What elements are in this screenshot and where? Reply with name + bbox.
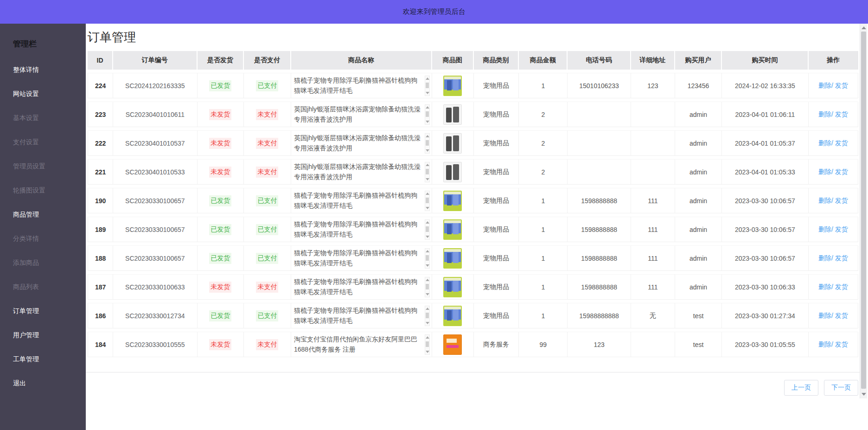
sidebar-item[interactable]: 基本设置 [0, 106, 86, 130]
mini-scroll-thumb[interactable] [426, 255, 429, 261]
ship-link[interactable]: 发货 [835, 340, 848, 348]
mini-scrollbar[interactable] [425, 162, 430, 182]
mini-scroll-down-icon[interactable] [426, 293, 429, 295]
mini-scrollbar[interactable] [425, 219, 430, 240]
page-scrollbar[interactable] [860, 24, 867, 398]
mini-scroll-down-icon[interactable] [426, 264, 429, 267]
mini-scroll-thumb[interactable] [426, 111, 429, 117]
delete-link[interactable]: 删除 [818, 312, 831, 319]
mini-scroll-up-icon[interactable] [426, 221, 429, 224]
mini-scroll-thumb[interactable] [426, 83, 429, 88]
mini-scroll-thumb[interactable] [426, 313, 429, 318]
mini-scroll-up-icon[interactable] [426, 308, 429, 310]
mini-scroll-up-icon[interactable] [426, 164, 429, 166]
mini-scroll-up-icon[interactable] [426, 106, 429, 109]
delete-link[interactable]: 删除 [818, 168, 831, 175]
mini-scroll-thumb[interactable] [426, 169, 429, 174]
mini-scrollbar[interactable] [425, 133, 430, 154]
product-name-scrollarea[interactable]: 猫梳子宠物专用除浮毛刷撸猫神器针梳狗狗猫咪毛发清理开结毛 [294, 305, 430, 327]
mini-scroll-up-icon[interactable] [426, 279, 429, 281]
sidebar-item[interactable]: 工单管理 [0, 347, 86, 371]
mini-scrollbar[interactable] [425, 76, 430, 96]
scrollbar-up-arrow-icon[interactable] [862, 26, 866, 29]
product-name-scrollarea[interactable]: 英国jhly银渐层猫咪沐浴露宠物除蚤幼猫洗澡专用浴液香波洗护用 [294, 133, 430, 154]
mini-scroll-down-icon[interactable] [426, 92, 429, 94]
delete-link[interactable]: 删除 [818, 340, 831, 348]
sidebar-item[interactable]: 用户管理 [0, 323, 86, 347]
delete-link[interactable]: 删除 [818, 139, 831, 147]
product-name-scrollarea[interactable]: 英国jhly银渐层猫咪沐浴露宠物除蚤幼猫洗澡专用浴液香波洗护用 [294, 161, 430, 183]
ship-link[interactable]: 发货 [835, 139, 848, 147]
mini-scroll-up-icon[interactable] [426, 193, 429, 195]
sidebar-item[interactable]: 整体详情 [0, 58, 86, 82]
product-thumbnail[interactable] [443, 133, 462, 154]
product-name-scrollarea[interactable]: 英国jhly银渐层猫咪沐浴露宠物除蚤幼猫洗澡专用浴液香波洗护用 [294, 104, 430, 125]
scrollbar-thumb[interactable] [861, 32, 866, 389]
ship-link[interactable]: 发货 [835, 197, 848, 204]
sidebar-item[interactable]: 轮播图设置 [0, 178, 86, 202]
product-name-scrollarea[interactable]: 猫梳子宠物专用除浮毛刷撸猫神器针梳狗狗猫咪毛发清理开结毛 [294, 190, 430, 212]
next-page-button[interactable]: 下一页 [824, 380, 858, 396]
delete-link[interactable]: 删除 [818, 110, 831, 118]
mini-scroll-down-icon[interactable] [426, 322, 429, 324]
mini-scroll-down-icon[interactable] [426, 351, 429, 353]
mini-scroll-thumb[interactable] [426, 198, 429, 203]
ship-link[interactable]: 发货 [835, 225, 848, 233]
product-thumbnail[interactable] [443, 334, 462, 355]
mini-scroll-up-icon[interactable] [426, 250, 429, 252]
ship-link[interactable]: 发货 [835, 312, 848, 319]
ship-link[interactable]: 发货 [835, 283, 848, 290]
ship-link[interactable]: 发货 [835, 168, 848, 175]
mini-scroll-up-icon[interactable] [426, 336, 429, 339]
delete-link[interactable]: 删除 [818, 197, 831, 204]
sidebar-item[interactable]: 添加商品 [0, 250, 86, 275]
mini-scroll-down-icon[interactable] [426, 207, 429, 209]
mini-scroll-down-icon[interactable] [426, 121, 429, 123]
delete-link[interactable]: 删除 [818, 82, 831, 89]
product-thumbnail[interactable] [443, 162, 462, 182]
mini-scrollbar[interactable] [425, 191, 430, 211]
mini-scrollbar[interactable] [425, 277, 430, 297]
sidebar-item[interactable]: 订单管理 [0, 299, 86, 323]
product-name-scrollarea[interactable]: 猫梳子宠物专用除浮毛刷撸猫神器针梳狗狗猫咪毛发清理开结毛 [294, 276, 430, 298]
product-name-scrollarea[interactable]: 猫梳子宠物专用除浮毛刷撸猫神器针梳狗狗猫咪毛发清理开结毛 [294, 75, 430, 96]
ship-link[interactable]: 发货 [835, 110, 848, 118]
product-name-scrollarea[interactable]: 淘宝支付宝信用代拍闲鱼京东好友阿里巴巴1688代商务服务 注册 [294, 334, 430, 355]
product-name-scrollarea[interactable]: 猫梳子宠物专用除浮毛刷撸猫神器针梳狗狗猫咪毛发清理开结毛 [294, 219, 430, 240]
sidebar-item[interactable]: 管理员设置 [0, 154, 86, 178]
mini-scroll-thumb[interactable] [426, 140, 429, 146]
mini-scrollbar[interactable] [425, 104, 430, 125]
mini-scroll-thumb[interactable] [426, 341, 429, 347]
mini-scrollbar[interactable] [425, 248, 430, 269]
product-thumbnail[interactable] [443, 277, 462, 297]
product-thumbnail[interactable] [443, 248, 462, 269]
delete-link[interactable]: 删除 [818, 225, 831, 233]
product-thumbnail[interactable] [443, 191, 462, 211]
mini-scroll-thumb[interactable] [426, 226, 429, 232]
mini-scroll-down-icon[interactable] [426, 178, 429, 180]
product-thumbnail[interactable] [443, 219, 462, 240]
sidebar-item[interactable]: 网站设置 [0, 82, 86, 106]
mini-scroll-down-icon[interactable] [426, 236, 429, 238]
mini-scroll-down-icon[interactable] [426, 149, 429, 152]
product-name-scrollarea[interactable]: 猫梳子宠物专用除浮毛刷撸猫神器针梳狗狗猫咪毛发清理开结毛 [294, 248, 430, 269]
scrollbar-down-arrow-icon[interactable] [862, 393, 866, 396]
mini-scrollbar[interactable] [425, 334, 430, 355]
prev-page-button[interactable]: 上一页 [784, 380, 818, 396]
product-thumbnail[interactable] [443, 306, 462, 326]
delete-link[interactable]: 删除 [818, 254, 831, 262]
ship-link[interactable]: 发货 [835, 254, 848, 262]
sidebar-item[interactable]: 商品管理 [0, 202, 86, 226]
mini-scroll-up-icon[interactable] [426, 135, 429, 137]
mini-scroll-up-icon[interactable] [426, 77, 429, 80]
sidebar-item[interactable]: 商品列表 [0, 275, 86, 299]
mini-scroll-thumb[interactable] [426, 284, 429, 289]
product-thumbnail[interactable] [443, 76, 462, 96]
sidebar-item[interactable]: 分类详情 [0, 226, 86, 250]
sidebar-item[interactable]: 支付设置 [0, 130, 86, 154]
product-thumbnail[interactable] [443, 104, 462, 125]
mini-scrollbar[interactable] [425, 306, 430, 326]
ship-link[interactable]: 发货 [835, 82, 848, 89]
delete-link[interactable]: 删除 [818, 283, 831, 290]
sidebar-item[interactable]: 退出 [0, 371, 86, 395]
